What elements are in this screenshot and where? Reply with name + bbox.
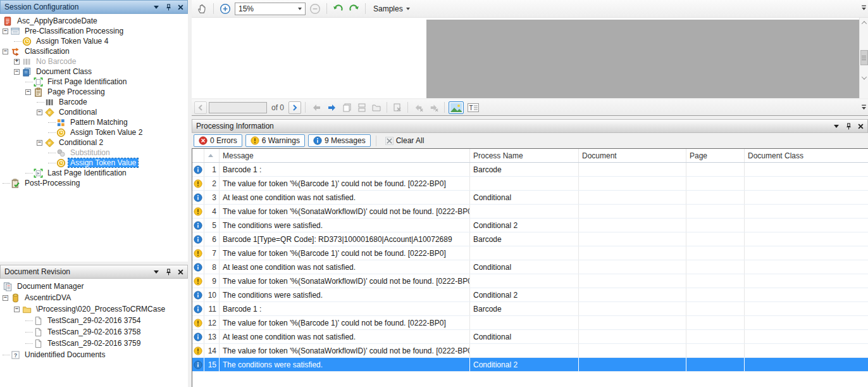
collapse-toggle-icon[interactable]: −	[3, 49, 8, 54]
collapse-toggle-icon[interactable]: −	[37, 110, 42, 115]
next-page-button[interactable]	[288, 101, 301, 114]
message-row[interactable]: 3At least one condition was not satisfie…	[192, 191, 868, 205]
image-view-toggle[interactable]	[449, 101, 464, 114]
image-viewer-canvas[interactable]	[192, 18, 859, 98]
page-number-input[interactable]	[209, 102, 267, 113]
window-position-menu-icon[interactable]	[152, 268, 160, 276]
message-row[interactable]: 10The conditions were satisfied.Conditio…	[192, 288, 868, 302]
viewer-vertical-scrollbar[interactable]	[859, 18, 868, 98]
samples-dropdown-button[interactable]: Samples	[370, 3, 413, 15]
message-row[interactable]: 6Barcode 1[Type=QR Code]: RD373|10000168…	[192, 232, 868, 246]
message-row[interactable]: 11Barcode 1 :Barcode	[192, 302, 868, 316]
tree-item[interactable]: TestScan_29-02-2016 3758	[0, 326, 188, 338]
tree-item[interactable]: −IFConditional	[0, 107, 188, 117]
grid-header-document-class[interactable]: Document Class	[745, 149, 868, 162]
collapse-toggle-icon[interactable]: −	[25, 89, 31, 95]
delete-pages-icon[interactable]	[391, 101, 404, 114]
zoom-level-combobox[interactable]: 15%	[235, 3, 306, 15]
tree-item[interactable]: First Page Identification	[0, 77, 188, 87]
collapse-toggle-icon[interactable]: −	[14, 69, 20, 75]
tree-item[interactable]: Asc_ApplyBarcodeDate	[0, 16, 188, 26]
zoom-in-icon[interactable]	[218, 2, 232, 16]
toolbar-overflow-icon[interactable]	[861, 5, 867, 11]
message-row[interactable]: 12The value for token '%(Barcode 1)' cou…	[192, 316, 868, 330]
warnings-filter-button[interactable]: 6 Warnings	[245, 134, 305, 147]
tree-item[interactable]: +No Barcode	[0, 56, 188, 67]
split-document-icon[interactable]	[356, 101, 368, 114]
collapse-toggle-icon[interactable]: −	[37, 140, 42, 146]
text-view-toggle[interactable]: T	[466, 101, 481, 114]
message-row[interactable]: 9The value for token '%(SonataWorkflowID…	[192, 274, 868, 288]
tree-item[interactable]: Substitution	[0, 148, 188, 158]
new-folder-icon[interactable]	[370, 101, 383, 114]
scroll-up-icon[interactable]	[860, 18, 868, 27]
toolbar-overflow-icon[interactable]	[861, 105, 867, 110]
message-row[interactable]: 5The conditions were satisfied.Condition…	[192, 219, 868, 232]
barcode-icon	[45, 98, 54, 107]
previous-document-icon[interactable]	[309, 102, 323, 113]
reject-forward-icon[interactable]	[427, 102, 440, 113]
tree-item[interactable]: Post-Processing	[0, 178, 188, 188]
close-icon[interactable]	[857, 122, 864, 130]
collapse-toggle-icon[interactable]: −	[3, 295, 8, 301]
grid-header-page[interactable]: Page	[686, 149, 745, 162]
tree-item[interactable]: −Classification	[0, 46, 188, 56]
tree-item[interactable]: −Pre-Classification Processing	[0, 26, 188, 36]
messages-filter-button[interactable]: 9 Messages	[308, 134, 371, 147]
scrollbar-thumb[interactable]	[860, 50, 868, 65]
grid-header-sort-column[interactable]	[204, 149, 220, 162]
tree-item[interactable]: −AscentricDVA	[0, 292, 188, 303]
next-document-icon[interactable]	[325, 102, 339, 113]
clear-all-button[interactable]: Clear All	[381, 134, 428, 147]
window-position-menu-icon[interactable]	[833, 122, 840, 130]
message-row[interactable]: 8At least one condition was not satisfie…	[192, 260, 868, 274]
tree-item[interactable]: −IFConditional 2	[0, 137, 188, 148]
tree-item[interactable]: Assign Token Value 2	[0, 127, 188, 137]
grid-header-icon-column[interactable]	[192, 149, 204, 162]
tree-item-label: Document Manager	[15, 282, 85, 291]
message-row[interactable]: 2The value for token '%(Barcode 1)' coul…	[192, 177, 868, 191]
scroll-down-icon[interactable]	[860, 73, 868, 82]
window-position-menu-icon[interactable]	[152, 3, 160, 11]
tree-item[interactable]: −Page Processing	[0, 87, 188, 97]
expand-toggle-icon[interactable]: +	[14, 59, 20, 65]
pin-icon[interactable]	[164, 268, 172, 276]
tree-item[interactable]: −\Processing\020_ProcessToCRMCase	[0, 303, 188, 315]
collapse-toggle-icon[interactable]: −	[3, 29, 8, 34]
message-row[interactable]: 15The conditions were satisfied.Conditio…	[192, 358, 868, 372]
tree-item[interactable]: Barcode	[0, 97, 188, 107]
redo-icon[interactable]	[347, 2, 361, 15]
pin-icon[interactable]	[164, 3, 172, 11]
tree-item-label: TestScan_29-02-2016 3754	[46, 316, 142, 325]
grid-header-message[interactable]: Message	[220, 149, 470, 162]
reject-back-icon[interactable]	[412, 102, 425, 113]
grid-header-document[interactable]: Document	[579, 149, 686, 162]
message-row[interactable]: 14The value for token '%(SonataWorkflowI…	[192, 344, 868, 358]
tree-item[interactable]: TestScan_29-02-2016 3754	[0, 315, 188, 326]
grid-header-process-name[interactable]: Process Name	[470, 149, 579, 162]
message-row[interactable]: 4The value for token '%(SonataWorkflowID…	[192, 205, 868, 219]
zoom-out-icon[interactable]	[308, 2, 322, 16]
pin-icon[interactable]	[845, 122, 852, 130]
tree-item[interactable]: Assign Token Value 4	[0, 36, 188, 46]
tree-item[interactable]: ?Unidentified Documents	[0, 349, 188, 360]
message-row[interactable]: 13At least one condition was not satisfi…	[192, 330, 868, 344]
tree-item[interactable]: −Document Class	[0, 67, 188, 77]
tree-item[interactable]: Pattern Matching	[0, 117, 188, 127]
message-row[interactable]: 1Barcode 1 :Barcode	[192, 163, 868, 177]
errors-filter-button[interactable]: 0 Errors	[194, 134, 242, 147]
close-icon[interactable]	[177, 268, 184, 276]
message-cell: The value for token '%(SonataWorkflowID)…	[220, 344, 470, 357]
tree-item[interactable]: Assign Token Value	[0, 158, 188, 168]
message-row[interactable]: 7The value for token '%(Barcode 1)' coul…	[192, 246, 868, 260]
close-icon[interactable]	[177, 3, 184, 11]
pan-hand-icon[interactable]	[195, 2, 209, 15]
undo-icon[interactable]	[332, 2, 345, 15]
tree-item[interactable]: Last Page Identification	[0, 168, 188, 178]
prev-page-button[interactable]	[194, 101, 207, 114]
collapse-toggle-icon[interactable]: −	[14, 307, 20, 312]
tree-item[interactable]: TestScan_29-02-2016 3759	[0, 338, 188, 349]
copy-pages-icon[interactable]	[341, 101, 354, 114]
row-number-cell: 15	[204, 358, 220, 371]
tree-item[interactable]: Document Manager	[0, 281, 188, 292]
